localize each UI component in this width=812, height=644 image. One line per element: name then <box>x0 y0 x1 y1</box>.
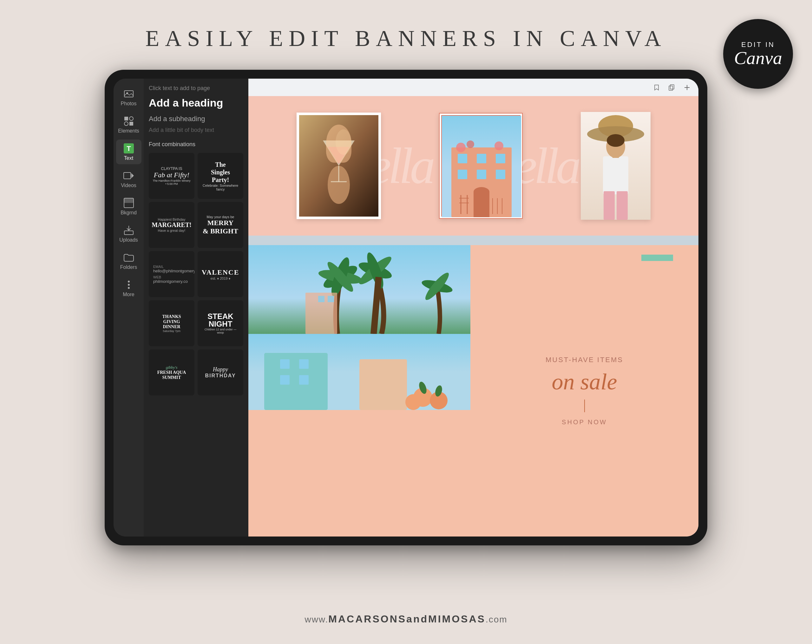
footer-prefix: www. <box>304 615 328 624</box>
text-panel: Click text to add to page Add a heading … <box>144 79 248 537</box>
elements-label: Elements <box>118 128 139 134</box>
banner-2-photos <box>248 245 470 537</box>
must-have-text: MUST-HAVE ITEMS <box>546 356 623 364</box>
svg-text:T: T <box>127 145 131 153</box>
sidebar-item-text[interactable]: T Text <box>116 139 142 164</box>
font-combo-card-1[interactable]: CLAYTPA IS Fab at Fifty! The Hamilton-Fr… <box>149 153 194 199</box>
photo-palms <box>248 245 470 334</box>
svg-point-37 <box>495 142 504 150</box>
page-title: EASILY EDIT BANNERS IN CANVA <box>0 0 812 52</box>
background-icon <box>123 197 134 209</box>
photo-frame-building <box>439 113 523 219</box>
uploads-label: Uploads <box>119 237 138 243</box>
svg-rect-12 <box>124 231 133 235</box>
sidebar-item-elements[interactable]: Elements <box>116 112 142 137</box>
font-combo-card-6[interactable]: VALENCE est. ♦ 2019 ♦ <box>198 251 243 297</box>
sidebar-item-videos[interactable]: Videos <box>116 167 142 192</box>
svg-rect-73 <box>299 375 308 385</box>
tablet-outer: Photos Elements <box>105 70 707 545</box>
svg-point-36 <box>467 140 474 148</box>
svg-rect-49 <box>603 156 628 194</box>
add-icon[interactable] <box>682 82 692 93</box>
font-combo-card-3[interactable]: Happiest Birthday MARGARET! Have a great… <box>149 202 194 248</box>
svg-point-52 <box>607 134 624 147</box>
svg-point-35 <box>456 143 466 152</box>
sidebar-item-folders[interactable]: Folders <box>116 249 142 273</box>
svg-rect-2 <box>124 117 128 121</box>
font-combo-card-9[interactable]: gibby's FRESH AQUASUMMIT <box>149 349 194 395</box>
svg-rect-54 <box>617 191 628 220</box>
banner-gap <box>248 236 698 245</box>
banner-2-text: MUST-HAVE ITEMS on sale SHOP NOW <box>470 245 698 537</box>
sidebar-item-more[interactable]: More <box>116 276 142 301</box>
text-icon: T <box>123 143 134 154</box>
sale-divider <box>584 400 585 412</box>
banner-2: MUST-HAVE ITEMS on sale SHOP NOW <box>248 245 698 537</box>
font-combo-card-10[interactable]: Happy BIRTHDAY <box>198 349 243 395</box>
photos-label: Photos <box>121 101 137 107</box>
svg-point-15 <box>128 287 130 289</box>
photo-building <box>441 115 520 217</box>
canvas-area: ella ella ella <box>248 79 698 537</box>
background-label: Bkgrnd <box>121 210 137 216</box>
svg-rect-32 <box>496 169 505 179</box>
canvas-toolbar <box>248 79 698 96</box>
svg-rect-27 <box>458 154 467 163</box>
add-heading-button[interactable]: Add a heading <box>149 97 243 109</box>
sidebar-item-uploads[interactable]: Uploads <box>116 221 142 246</box>
svg-rect-30 <box>458 169 467 179</box>
svg-rect-17 <box>670 85 674 89</box>
canva-logo-text: Canva <box>734 49 782 67</box>
svg-point-34 <box>473 187 489 197</box>
font-combo-grid: CLAYTPA IS Fab at Fifty! The Hamilton-Fr… <box>149 153 243 395</box>
svg-rect-67 <box>328 296 334 302</box>
copy-icon[interactable] <box>667 82 677 93</box>
tablet-screen: Photos Elements <box>114 79 698 537</box>
elements-icon <box>123 115 134 127</box>
folders-label: Folders <box>120 264 137 270</box>
on-sale-text: on sale <box>552 370 617 393</box>
svg-point-77 <box>405 394 421 410</box>
font-combo-card-8[interactable]: STEAKNIGHT Children 12 and under — woop <box>198 300 243 346</box>
font-combo-card-4[interactable]: May your days be MERRY& BRIGHT <box>198 202 243 248</box>
font-combo-card-5[interactable]: EMAIL hello@philmontgomery.co WEB philmo… <box>149 251 194 297</box>
svg-rect-8 <box>124 172 131 179</box>
svg-rect-70 <box>280 359 290 369</box>
more-label: More <box>123 292 134 298</box>
photo-woman <box>581 112 650 220</box>
bookmark-icon[interactable] <box>652 82 662 93</box>
photo-frame-cocktail <box>296 113 381 219</box>
svg-point-13 <box>128 281 130 282</box>
svg-rect-29 <box>496 154 505 163</box>
svg-rect-31 <box>477 169 486 179</box>
svg-point-14 <box>128 284 130 286</box>
shop-now-button[interactable]: SHOP NOW <box>562 418 607 426</box>
photo-cocktail <box>299 115 379 217</box>
sidebar-item-background[interactable]: Bkgrnd <box>116 194 142 219</box>
svg-point-3 <box>130 117 133 121</box>
footer-brand: MACARSONSandMIMOSAS <box>328 613 485 625</box>
font-combo-card-7[interactable]: THANKSGIVINGDINNER Saturday 7pm <box>149 300 194 346</box>
uploads-icon <box>123 224 134 236</box>
photo-building2 <box>248 334 470 410</box>
svg-rect-72 <box>280 375 290 385</box>
photos-icon <box>123 88 134 99</box>
videos-label: Videos <box>121 183 136 188</box>
footer: www.MACARSONSandMIMOSAS.com <box>304 613 507 625</box>
sidebar-icons: Photos Elements <box>114 79 144 537</box>
videos-icon <box>123 170 134 182</box>
font-combo-card-2[interactable]: TheSinglesParty! Celebrate: Somewhere fa… <box>198 153 243 199</box>
add-subheading-button[interactable]: Add a subheading <box>149 115 243 123</box>
svg-marker-9 <box>131 173 134 178</box>
footer-suffix: .com <box>485 615 508 624</box>
add-body-button[interactable]: Add a little bit of body text <box>149 127 243 133</box>
text-panel-hint: Click text to add to page <box>149 85 243 92</box>
canva-badge: EDIT IN Canva <box>723 19 793 89</box>
svg-point-24 <box>336 130 351 155</box>
svg-rect-69 <box>264 353 328 410</box>
more-icon <box>123 279 134 290</box>
svg-rect-5 <box>130 122 133 125</box>
text-label: Text <box>124 156 133 161</box>
sidebar-item-photos[interactable]: Photos <box>116 85 142 110</box>
svg-rect-53 <box>604 191 615 220</box>
